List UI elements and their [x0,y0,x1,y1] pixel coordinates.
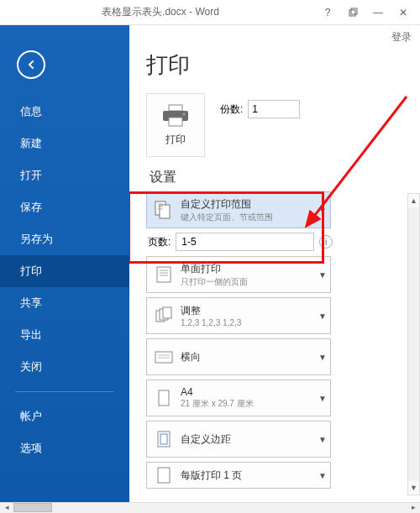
svg-point-5 [183,113,186,115]
nav-info[interactable]: 信息 [0,96,129,128]
back-button[interactable] [17,50,45,79]
page-title: 打印 [146,50,412,80]
chevron-down-icon: ▼ [315,270,330,280]
minimize-button[interactable]: — [366,3,390,22]
paper-icon [147,381,181,415]
settings-heading: 设置 [150,169,412,186]
option-margins[interactable]: 自定义边距 ▼ [146,421,331,458]
option-one-sided[interactable]: 单面打印只打印一侧的页面 ▼ [146,256,331,293]
chevron-down-icon: ▼ [315,394,330,403]
margins-icon [147,422,181,456]
svg-rect-2 [169,105,182,111]
sheet-icon [147,458,181,492]
svg-rect-1 [351,8,357,14]
window-title: 表格显示表头.docx - Word [5,5,316,19]
collate-icon [147,299,181,332]
print-button[interactable]: 打印 [146,93,205,157]
info-icon[interactable]: i [319,235,333,249]
nav-open[interactable]: 打开 [0,160,129,191]
option-print-range[interactable]: 自定义打印范围键入特定页面、节或范围 ▼ [146,191,331,228]
back-arrow-icon [24,58,38,71]
nav-saveas[interactable]: 另存为 [0,223,129,255]
close-button[interactable]: ✕ [391,3,415,22]
pages-input[interactable] [176,233,314,251]
scroll-down-button[interactable]: ▼ [408,481,419,495]
nav-new[interactable]: 新建 [0,128,129,160]
backstage-sidebar: 信息 新建 打开 保存 另存为 打印 共享 导出 关闭 帐户 选项 [0,25,129,504]
vertical-scrollbar[interactable]: ▲ ▼ [407,193,420,495]
svg-rect-11 [163,307,171,318]
copies-input[interactable] [248,100,300,118]
nav-share[interactable]: 共享 [0,287,129,319]
one-sided-icon [147,258,181,291]
svg-rect-13 [159,390,169,406]
nav-save[interactable]: 保存 [0,191,129,223]
nav-close[interactable]: 关闭 [0,351,129,383]
print-button-label: 打印 [165,133,186,147]
chevron-down-icon: ▼ [315,435,330,444]
option-collate[interactable]: 调整1,2,3 1,2,3 1,2,3 ▼ [146,297,331,334]
svg-rect-8 [157,267,171,282]
restore-button[interactable] [341,3,365,22]
chevron-down-icon: ▼ [315,353,330,362]
scroll-right-button[interactable]: ▸ [407,503,420,513]
help-button[interactable]: ? [316,3,339,22]
nav-separator [15,391,114,392]
chevron-down-icon: ▼ [315,206,330,215]
copies-label: 份数: [220,102,243,117]
svg-rect-0 [349,10,355,16]
nav-print[interactable]: 打印 [0,255,129,287]
option-paper-size[interactable]: A421 厘米 x 29.7 厘米 ▼ [146,380,331,416]
pages-icon [147,193,181,227]
nav-options[interactable]: 选项 [0,432,129,464]
scroll-left-button[interactable]: ◂ [0,503,13,513]
scroll-up-button[interactable]: ▲ [408,194,419,207]
option-pages-per-sheet[interactable]: 每版打印 1 页 ▼ [146,462,331,489]
printer-icon [161,104,190,128]
nav-account[interactable]: 帐户 [0,400,129,432]
svg-rect-4 [169,118,182,126]
pages-label: 页数: [148,235,171,249]
svg-rect-16 [158,468,170,483]
horizontal-scrollbar[interactable]: ◂ ▸ [0,502,420,513]
landscape-icon [147,340,181,374]
chevron-down-icon: ▼ [315,471,330,480]
chevron-down-icon: ▼ [315,311,330,321]
nav-export[interactable]: 导出 [0,319,129,351]
scrollbar-thumb[interactable] [13,503,52,512]
option-orientation[interactable]: 横向 ▼ [146,338,331,375]
